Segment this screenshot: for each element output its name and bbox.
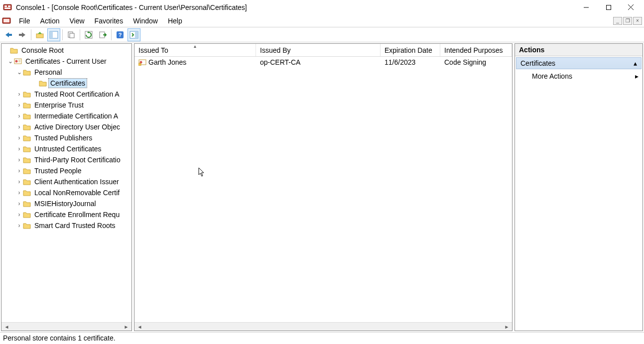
svg-rect-9: [3, 19, 9, 22]
scroll-right-icon[interactable]: ►: [122, 323, 130, 331]
expand-toggle[interactable]: ›: [15, 145, 23, 152]
expand-toggle[interactable]: ⌄: [6, 58, 14, 65]
tree-item[interactable]: ›Active Directory User Objec: [1, 121, 131, 132]
tree-item[interactable]: ›Trusted Publishers: [1, 132, 131, 143]
svg-rect-3: [4, 7, 10, 9]
column-expiration[interactable]: Expiration Date: [381, 44, 440, 56]
forward-button[interactable]: [16, 28, 29, 41]
scroll-left-icon[interactable]: ◄: [135, 323, 144, 331]
menu-help[interactable]: Help: [163, 15, 187, 26]
tree-item[interactable]: ›Client Authentication Issuer: [1, 176, 131, 187]
tree-label: Trusted Publishers: [33, 133, 94, 142]
expand-toggle[interactable]: ›: [15, 167, 23, 174]
tree-item[interactable]: ›Intermediate Certification A: [1, 111, 131, 121]
certificate-icon: [138, 59, 146, 66]
expand-toggle[interactable]: ›: [15, 189, 23, 196]
folder-icon: [23, 222, 31, 229]
tree-item[interactable]: ›Third-Party Root Certificatio: [1, 154, 131, 165]
title-bar: Console1 - [Console Root\Certificates - …: [0, 0, 644, 14]
tree-item[interactable]: ›Local NonRemovable Certif: [1, 187, 131, 198]
back-button[interactable]: [2, 28, 15, 41]
tree-item[interactable]: ›Trusted People: [1, 165, 131, 176]
expand-toggle[interactable]: ›: [15, 102, 23, 109]
expand-toggle[interactable]: ›: [15, 123, 23, 130]
tree-item[interactable]: ›Certificate Enrollment Requ: [1, 209, 131, 220]
expand-toggle[interactable]: ›: [15, 91, 23, 98]
window-title: Console1 - [Console Root\Certificates - …: [16, 3, 575, 11]
column-label: Intended Purposes: [444, 46, 503, 54]
maximize-button[interactable]: [597, 0, 620, 14]
actions-group[interactable]: Certificates ▴: [516, 57, 642, 69]
show-action-pane-button[interactable]: [128, 28, 140, 41]
status-bar: Personal store contains 1 certificate.: [0, 332, 644, 344]
expand-toggle[interactable]: ›: [15, 222, 23, 229]
menu-file[interactable]: File: [14, 15, 35, 26]
tree-personal[interactable]: ⌄ Personal: [1, 67, 131, 78]
main-area: Console Root ⌄ Certificates - Current Us…: [0, 42, 644, 332]
column-label: Issued To: [138, 46, 168, 54]
folder-icon: [23, 200, 31, 207]
scroll-left-icon[interactable]: ◄: [2, 323, 11, 331]
tree-console-root[interactable]: Console Root: [1, 45, 131, 56]
column-label: Expiration Date: [385, 46, 432, 54]
column-issued-to[interactable]: ▴Issued To: [134, 44, 256, 56]
list-body[interactable]: Garth Jones op-CERT-CA 11/6/2023 Code Si…: [134, 57, 512, 322]
mmc-doc-icon: [2, 16, 11, 25]
tree-label: Smart Card Trusted Roots: [33, 221, 117, 230]
cell-purposes: Code Signing: [440, 58, 512, 66]
expand-toggle[interactable]: ›: [15, 156, 23, 163]
menu-favorites[interactable]: Favorites: [90, 15, 129, 26]
svg-rect-12: [36, 34, 43, 38]
close-button[interactable]: [620, 0, 642, 14]
tree-item[interactable]: ›Trusted Root Certification A: [1, 89, 131, 100]
scroll-right-icon[interactable]: ►: [503, 323, 511, 331]
console-tree[interactable]: Console Root ⌄ Certificates - Current Us…: [1, 44, 131, 322]
copy-button[interactable]: [65, 28, 78, 41]
sort-asc-icon: ▴: [194, 44, 196, 49]
menu-view[interactable]: View: [64, 15, 89, 26]
mdi-minimize-button[interactable]: _: [613, 17, 622, 25]
refresh-button[interactable]: [82, 28, 95, 41]
actions-more[interactable]: More Actions ▸: [515, 70, 643, 82]
actions-more-label: More Actions: [532, 72, 572, 80]
mdi-close-button[interactable]: ×: [633, 17, 642, 25]
tree-item[interactable]: ›Untrusted Certificates: [1, 143, 131, 154]
expand-toggle[interactable]: ⌄: [15, 69, 23, 76]
cert-snapin-icon: [14, 58, 22, 65]
export-list-button[interactable]: [96, 28, 109, 41]
mdi-restore-button[interactable]: ❐: [623, 17, 632, 25]
tree-certs-user[interactable]: ⌄ Certificates - Current User: [1, 56, 131, 67]
up-button[interactable]: [33, 28, 46, 41]
column-purposes[interactable]: Intended Purposes: [440, 44, 512, 56]
list-hscroll[interactable]: ◄ ►: [134, 322, 512, 331]
minimize-button[interactable]: [575, 0, 597, 14]
svg-point-24: [15, 60, 18, 63]
folder-icon: [23, 113, 31, 119]
menu-window[interactable]: Window: [128, 15, 163, 26]
collapse-up-icon: ▴: [634, 59, 637, 67]
folder-icon: [10, 47, 18, 54]
tree-item[interactable]: ›Enterprise Trust: [1, 100, 131, 111]
tree-label: Trusted People: [33, 166, 83, 175]
actions-group-label: Certificates: [520, 59, 555, 67]
cell-issued-to: Garth Jones: [148, 58, 186, 66]
tree-hscroll[interactable]: ◄ ►: [1, 322, 131, 331]
expand-toggle[interactable]: ›: [15, 113, 23, 119]
tree-label: Trusted Root Certification A: [33, 90, 121, 99]
menu-action[interactable]: Action: [35, 15, 65, 26]
menu-bar: File Action View Favorites Window Help _…: [0, 14, 644, 27]
tree-item[interactable]: ›Smart Card Trusted Roots: [1, 220, 131, 231]
folder-icon: [39, 80, 47, 87]
expand-toggle[interactable]: ›: [15, 200, 23, 207]
table-row[interactable]: Garth Jones op-CERT-CA 11/6/2023 Code Si…: [134, 57, 512, 68]
tree-item[interactable]: ›MSIEHistoryJournal: [1, 198, 131, 209]
tree-label: Personal: [33, 68, 63, 77]
column-issued-by[interactable]: Issued By: [256, 44, 381, 56]
expand-toggle[interactable]: ›: [15, 134, 23, 141]
tree-label: Certificate Enrollment Requ: [33, 210, 121, 219]
show-hide-tree-button[interactable]: [47, 28, 60, 41]
tree-certificates[interactable]: Certificates: [1, 78, 131, 89]
expand-toggle[interactable]: ›: [15, 178, 23, 185]
expand-toggle[interactable]: ›: [15, 211, 23, 218]
help-button[interactable]: ?: [114, 28, 127, 41]
